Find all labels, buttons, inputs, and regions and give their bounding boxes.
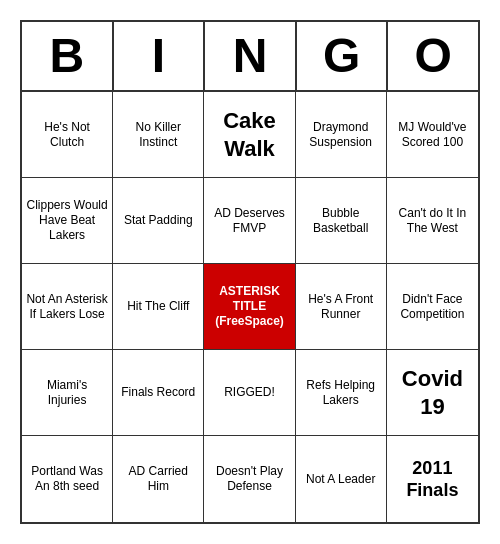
bingo-cell-14: Didn't Face Competition [387, 264, 478, 350]
bingo-cell-19: Covid 19 [387, 350, 478, 436]
bingo-header: BINGO [22, 22, 478, 93]
bingo-cell-18: Refs Helping Lakers [296, 350, 387, 436]
bingo-letter-g: G [297, 22, 389, 91]
bingo-cell-1: No Killer Instinct [113, 92, 204, 178]
bingo-cell-9: Can't do It In The West [387, 178, 478, 264]
bingo-cell-10: Not An Asterisk If Lakers Lose [22, 264, 113, 350]
bingo-cell-20: Portland Was An 8th seed [22, 436, 113, 522]
bingo-cell-3: Draymond Suspension [296, 92, 387, 178]
bingo-cell-23: Not A Leader [296, 436, 387, 522]
bingo-letter-o: O [388, 22, 478, 91]
bingo-card: BINGO He's Not ClutchNo Killer InstinctC… [20, 20, 480, 525]
bingo-cell-2: Cake Walk [204, 92, 295, 178]
bingo-cell-12: ASTERISK TITLE (FreeSpace) [204, 264, 295, 350]
bingo-cell-21: AD Carried Him [113, 436, 204, 522]
bingo-cell-24: 2011 Finals [387, 436, 478, 522]
bingo-letter-i: I [114, 22, 206, 91]
bingo-cell-17: RIGGED! [204, 350, 295, 436]
bingo-cell-13: He's A Front Runner [296, 264, 387, 350]
bingo-cell-22: Doesn't Play Defense [204, 436, 295, 522]
bingo-cell-8: Bubble Basketball [296, 178, 387, 264]
bingo-letter-b: B [22, 22, 114, 91]
bingo-cell-4: MJ Would've Scored 100 [387, 92, 478, 178]
bingo-letter-n: N [205, 22, 297, 91]
bingo-cell-15: Miami's Injuries [22, 350, 113, 436]
bingo-cell-7: AD Deserves FMVP [204, 178, 295, 264]
bingo-grid: He's Not ClutchNo Killer InstinctCake Wa… [22, 92, 478, 522]
bingo-cell-6: Stat Padding [113, 178, 204, 264]
bingo-cell-16: Finals Record [113, 350, 204, 436]
bingo-cell-0: He's Not Clutch [22, 92, 113, 178]
bingo-cell-5: Clippers Would Have Beat Lakers [22, 178, 113, 264]
bingo-cell-11: Hit The Cliff [113, 264, 204, 350]
